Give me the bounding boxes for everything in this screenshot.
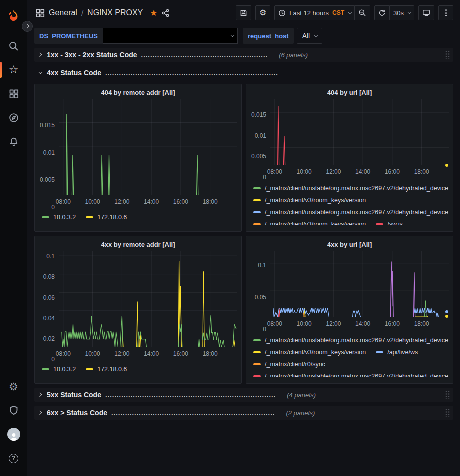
y-axis-tick: 0.04 [43,315,55,322]
breadcrumb-section[interactable]: General [49,8,77,17]
y-axis-tick: 0.05 [255,294,266,301]
chevron-right-icon [38,53,42,57]
row-5xx[interactable]: 5xx Status Code ........................… [34,388,453,402]
legend-item[interactable]: /_matrix/client/unstable/org.matrix.msc2… [253,334,448,346]
x-axis: 08:0010:0012:0014:0016:0018:00 [270,319,449,329]
refresh-interval-select[interactable]: 30s [390,5,414,20]
panel-row: 404 by remote addr [All] 00.0050.010.015… [34,84,453,232]
breadcrumb: General / NGINX PROXY [49,8,143,17]
x-axis-tick: 18:00 [414,320,429,327]
legend-item[interactable]: /_matrix/client/r0/sync [253,358,325,370]
sidebar-toggle-button[interactable] [22,21,33,32]
panel-title[interactable]: 404 by remote addr [All] [39,87,237,99]
dashboard-settings-button[interactable]: ⚙ [255,5,270,20]
y-axis-tick: 0 [263,326,266,333]
sidebar-item-explore[interactable] [0,106,27,130]
zoom-out-button[interactable] [355,5,370,20]
legend-item[interactable]: /_matrix/client/unstable/org.matrix.msc2… [253,370,448,377]
sidebar-item-help[interactable]: ? [0,446,27,470]
chart-plot[interactable] [270,251,449,317]
more-options-button[interactable] [438,5,453,20]
toolbar-actions: ⚙ Last 12 hours CST [236,5,453,20]
row-panel-count: (2 panels) [286,409,315,417]
panel-legend: 10.0.3.2172.18.0.6 [42,363,237,375]
gear-icon: ⚙ [259,9,266,17]
refresh-button[interactable] [374,5,390,20]
sidebar-item-alerting[interactable] [0,130,27,154]
y-axis: 00.050.1 [250,251,270,329]
panel-title[interactable]: 404 by uri [All] [250,87,449,99]
chart-plot[interactable] [59,251,237,347]
chart-series [62,114,205,195]
x-axis-tick: 14:00 [144,198,159,205]
legend-item[interactable]: /_matrix/client/unstable/org.matrix.msc2… [253,206,448,218]
row-1xx-3xx-2xx[interactable]: 1xx - 3xx - 2xx Status Code ............… [34,48,453,62]
legend-item[interactable]: /_matrix/client/unstable/org.matrix.msc2… [253,182,448,194]
y-axis-tick: 0.015 [251,111,266,118]
legend-item[interactable]: /api/live/ws [376,346,418,358]
legend-item[interactable]: /sw.js [376,218,403,225]
sidebar-item-server-admin[interactable] [0,398,27,422]
chart-plot[interactable] [59,99,237,195]
variable-label[interactable]: request_host [243,28,294,44]
chevron-right-icon [25,24,29,28]
row-6xx[interactable]: 6xx > Status Code ......................… [34,406,453,420]
panel-title[interactable]: 4xx by uri [All] [250,239,449,251]
legend-item[interactable]: /_matrix/client/v3/room_keys/version [253,346,366,358]
row-dots: ........................................… [111,409,275,417]
save-dashboard-button[interactable] [236,5,251,20]
row-drag-handle[interactable] [445,408,450,417]
legend-label: 10.0.3.2 [53,214,76,221]
x-axis-tick: 10:00 [85,198,100,205]
time-range-label: Last 12 hours [289,9,329,17]
chart-plot[interactable] [270,99,449,165]
y-axis-tick: 0 [51,356,55,363]
kiosk-mode-button[interactable] [418,5,434,20]
legend-item[interactable]: 10.0.3.2 [42,363,76,375]
sidebar-item-search[interactable] [0,34,27,58]
favorite-star-icon[interactable]: ★ [150,8,157,18]
row-4xx[interactable]: 4xx Status Code ........................… [34,66,453,80]
chart-series [198,339,200,347]
sidebar-item-settings[interactable]: ⚙ [0,374,27,398]
sidebar-item-profile[interactable] [0,422,27,446]
y-axis-tick: 0.005 [251,153,266,160]
zoom-out-icon [358,9,366,17]
y-axis-tick: 0.02 [43,335,55,342]
legend-swatch [253,375,261,377]
y-axis-tick: 0.1 [258,262,266,269]
breadcrumb-title[interactable]: NGINX PROXY [87,8,143,17]
series-end-dot [445,315,448,318]
legend-swatch [42,368,49,370]
legend-item[interactable]: 172.18.0.6 [86,211,127,223]
x-axis: 08:0010:0012:0014:0016:0018:00 [59,349,237,359]
legend-label: /api/live/ws [387,349,418,356]
variable-label[interactable]: DS_PROMETHEUS [34,28,103,44]
legend-item[interactable]: /_matrix/client/v3/room_keys/version [253,194,366,206]
save-icon [240,9,247,17]
sidebar-item-dashboards[interactable] [0,82,27,106]
row-drag-handle[interactable] [445,390,450,399]
y-axis-tick: 0 [263,174,266,181]
x-axis: 08:0010:0012:0014:0016:0018:00 [59,197,237,207]
variable-value-dropdown[interactable]: All [297,28,323,44]
legend-swatch [86,216,93,218]
sidebar: ☆ ⚙ [0,0,27,476]
legend-item[interactable]: /_matrix/client/v3/room_keys/version [253,218,366,225]
sidebar-item-starred[interactable]: ☆ [0,58,27,82]
y-axis-tick: 0.015 [40,122,55,129]
legend-item[interactable]: 172.18.0.6 [86,363,127,375]
time-range-picker[interactable]: Last 12 hours CST [274,5,355,20]
panel-legend: /_matrix/client/unstable/org.matrix.msc2… [253,334,449,377]
panel-title[interactable]: 4xx by remote addr [All] [39,239,237,251]
legend-label: /_matrix/client/unstable/org.matrix.msc2… [265,209,448,216]
legend-item[interactable]: 10.0.3.2 [42,211,76,223]
row-panel-count: (6 panels) [279,51,308,59]
share-icon[interactable] [161,9,170,17]
legend-label: 172.18.0.6 [97,214,127,221]
legend-label: /_matrix/client/v3/room_keys/version [265,197,366,204]
variable-value-dropdown[interactable] [103,28,238,44]
x-axis-tick: 16:00 [173,198,188,205]
x-axis: 08:0010:0012:0014:0016:0018:00 [270,167,449,177]
row-drag-handle[interactable] [445,50,450,59]
